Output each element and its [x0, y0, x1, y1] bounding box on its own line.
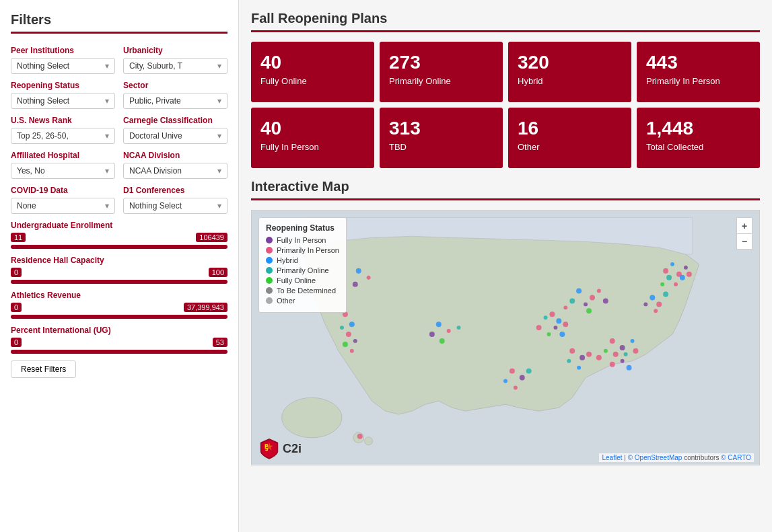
legend-title: Reopening Status: [266, 223, 339, 233]
svg-point-5: [663, 268, 668, 274]
svg-point-17: [663, 292, 668, 297]
svg-point-23: [624, 352, 628, 356]
c2i-text: C2i: [283, 442, 302, 456]
filter-sector: Sector Public, Private: [123, 81, 227, 109]
residence-hall-label: Residence Hall Capacity: [11, 256, 227, 265]
us-news-rank-label: U.S. News Rank: [11, 116, 115, 125]
urbanicity-dropdown[interactable]: City, Suburb, T: [123, 58, 227, 74]
stat-card-4: 40 Fully In Person: [251, 108, 374, 168]
svg-point-10: [674, 282, 678, 287]
svg-point-70: [350, 349, 354, 353]
stat-label-5: TBD: [389, 142, 493, 152]
reopening-status-label: Reopening Status: [11, 81, 115, 90]
undergrad-enrollment-track[interactable]: [11, 245, 227, 249]
athletics-min-badge: 0: [11, 303, 22, 312]
athletics-revenue-filter: Athletics Revenue 0 37,399,943: [11, 291, 227, 319]
stat-number-3: 443: [646, 52, 750, 73]
peer-institutions-dropdown[interactable]: Nothing Select: [11, 58, 115, 74]
residence-hall-fill: [11, 280, 227, 284]
svg-point-63: [353, 282, 358, 287]
c2i-logo: C2i: [258, 438, 302, 459]
leaflet-link[interactable]: Leaflet: [602, 454, 622, 461]
stat-card-2: 320 Hybrid: [508, 42, 631, 102]
undergrad-min-badge: 11: [11, 233, 26, 242]
legend-dot-1: [266, 247, 273, 254]
reopening-status-dropdown[interactable]: Nothing Select: [11, 93, 115, 109]
stat-number-0: 40: [260, 52, 365, 73]
map-legend: Reopening Status Fully In Person Primari…: [258, 217, 347, 313]
stat-number-1: 273: [389, 52, 493, 73]
residence-max-badge: 100: [209, 268, 227, 277]
svg-point-13: [687, 272, 692, 277]
svg-point-19: [610, 338, 615, 344]
undergrad-max-badge: 106439: [196, 233, 227, 242]
legend-label-1: Primarily In Person: [277, 246, 339, 254]
d1-conferences-dropdown[interactable]: Nothing Select: [123, 198, 227, 214]
athletics-max-badge: 37,399,943: [184, 303, 227, 312]
svg-point-58: [429, 332, 435, 337]
stat-number-6: 16: [518, 118, 622, 139]
stat-card-7: 1,448 Total Collected: [637, 108, 760, 168]
svg-point-52: [520, 375, 525, 381]
filter-urbanicity: Urbanicity City, Suburb, T: [123, 46, 227, 74]
residence-hall-track[interactable]: [11, 280, 227, 284]
us-news-rank-dropdown[interactable]: Top 25, 26-50,: [11, 128, 115, 144]
svg-point-42: [553, 326, 557, 330]
covid19-dropdown[interactable]: None: [11, 198, 115, 214]
peer-institutions-label: Peer Institutions: [11, 46, 115, 55]
filter-affiliated-hospital: Affiliated Hospital Yes, No: [11, 151, 115, 179]
legend-item-6: Other: [266, 297, 339, 305]
svg-point-25: [604, 349, 608, 353]
svg-point-66: [340, 326, 344, 330]
stat-number-4: 40: [260, 118, 365, 139]
svg-point-37: [603, 298, 608, 303]
sidebar-title: Filters: [11, 12, 227, 34]
filter-us-news-rank: U.S. News Rank Top 25, 26-50,: [11, 116, 115, 144]
percent-international-filter: Percent International (UG) 0 53: [11, 326, 227, 354]
stat-label-6: Other: [518, 142, 622, 152]
svg-point-21: [631, 339, 635, 343]
stat-card-5: 313 TBD: [380, 108, 503, 168]
svg-point-61: [356, 268, 361, 274]
svg-point-14: [650, 295, 655, 301]
intl-min-badge: 0: [11, 338, 22, 347]
zoom-out-button[interactable]: −: [736, 233, 752, 250]
svg-point-60: [440, 338, 445, 344]
svg-point-59: [457, 326, 461, 330]
reset-filters-button[interactable]: Reset Filters: [11, 360, 76, 378]
c2i-shield-icon: [258, 438, 280, 459]
svg-point-46: [569, 348, 575, 354]
percent-international-track[interactable]: [11, 350, 227, 354]
legend-item-4: Fully Online: [266, 276, 339, 284]
svg-point-39: [556, 318, 561, 324]
svg-point-56: [436, 321, 442, 327]
svg-point-38: [549, 311, 555, 317]
svg-point-57: [447, 329, 451, 333]
ncaa-division-dropdown[interactable]: NCAA Division: [123, 163, 227, 179]
svg-point-12: [660, 282, 664, 287]
athletics-revenue-track[interactable]: [11, 315, 227, 319]
filter-ncaa-division: NCAA Division NCAA Division: [123, 151, 227, 179]
sector-dropdown[interactable]: Public, Private: [123, 93, 227, 109]
map-zoom-controls: + −: [736, 217, 752, 250]
urbanicity-label: Urbanicity: [123, 46, 227, 55]
svg-point-35: [586, 308, 592, 313]
stat-card-6: 16 Other: [508, 108, 631, 168]
stat-card-0: 40 Fully Online: [251, 42, 374, 102]
svg-point-68: [353, 339, 357, 343]
svg-point-36: [563, 305, 567, 309]
legend-label-3: Primarily Online: [277, 266, 329, 274]
svg-point-22: [613, 352, 619, 357]
percent-international-fill: [11, 350, 227, 354]
zoom-in-button[interactable]: +: [736, 217, 752, 233]
osm-link[interactable]: © OpenStreetMap: [628, 454, 682, 461]
undergrad-enrollment-label: Undergraduate Enrollment: [11, 221, 227, 230]
residence-hall-filter: Residence Hall Capacity 0 100: [11, 256, 227, 284]
affiliated-hospital-dropdown[interactable]: Yes, No: [11, 163, 115, 179]
legend-dot-6: [266, 297, 273, 304]
svg-point-43: [536, 325, 542, 330]
filter-reopening-status: Reopening Status Nothing Select: [11, 81, 115, 109]
carto-link[interactable]: © CARTO: [721, 454, 751, 461]
carnegie-dropdown[interactable]: Doctoral Unive: [123, 128, 227, 144]
interactive-map[interactable]: Reopening Status Fully In Person Primari…: [251, 210, 760, 465]
